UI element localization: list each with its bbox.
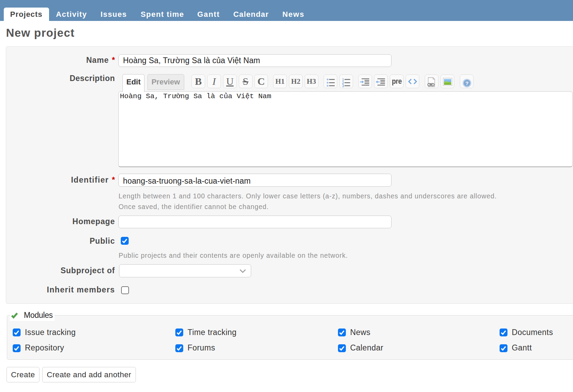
svg-text:3: 3 — [342, 84, 344, 87]
svg-text:?: ? — [465, 80, 468, 86]
